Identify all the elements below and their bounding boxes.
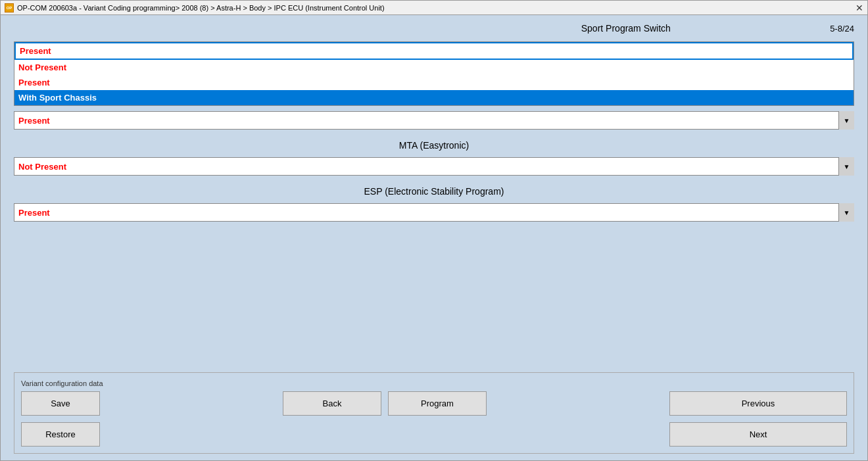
right-buttons: Previous Next bbox=[669, 391, 847, 447]
second-dropdown[interactable]: Present bbox=[14, 111, 854, 130]
second-dropdown-container: Present ▼ bbox=[14, 111, 854, 130]
program-button[interactable]: Program bbox=[388, 391, 487, 416]
sport-option-present-selected[interactable]: Present bbox=[14, 42, 854, 60]
back-button[interactable]: Back bbox=[283, 391, 381, 416]
esp-dropdown-container: Present ▼ bbox=[14, 203, 854, 222]
left-buttons: Save Restore bbox=[21, 391, 100, 447]
sport-option-with-sport-chassis[interactable]: With Sport Chassis bbox=[14, 90, 854, 105]
app-icon: OP bbox=[5, 3, 14, 12]
main-window: OP OP-COM 200603a - Variant Coding progr… bbox=[0, 0, 868, 461]
esp-dropdown[interactable]: Present bbox=[14, 203, 854, 222]
next-button[interactable]: Next bbox=[669, 422, 847, 447]
restore-button[interactable]: Restore bbox=[21, 422, 100, 447]
header-row: Sport Program Switch 5-8/24 bbox=[14, 23, 854, 34]
title-bar-text: OP-COM 200603a - Variant Coding programm… bbox=[17, 4, 385, 12]
esp-title: ESP (Electronic Stability Program) bbox=[14, 186, 854, 197]
title-bar-left: OP OP-COM 200603a - Variant Coding progr… bbox=[5, 3, 385, 12]
sport-option-present[interactable]: Present bbox=[14, 75, 854, 90]
mta-title: MTA (Easytronic) bbox=[14, 140, 854, 151]
variant-label: Variant configuration data bbox=[21, 379, 847, 387]
section-title: Sport Program Switch bbox=[422, 23, 831, 34]
previous-button[interactable]: Previous bbox=[669, 391, 847, 416]
mta-dropdown[interactable]: Not Present bbox=[14, 157, 854, 176]
center-buttons: Back Program bbox=[283, 391, 487, 417]
sport-option-not-present[interactable]: Not Present bbox=[14, 60, 854, 75]
title-bar: OP OP-COM 200603a - Variant Coding progr… bbox=[1, 1, 867, 15]
save-button[interactable]: Save bbox=[21, 391, 100, 416]
close-button[interactable]: ✕ bbox=[856, 3, 863, 12]
mta-dropdown-container: Not Present ▼ bbox=[14, 157, 854, 176]
sport-dropdown-list[interactable]: Present Not Present Present With Sport C… bbox=[14, 41, 854, 106]
main-content: Sport Program Switch 5-8/24 Present Not … bbox=[1, 15, 867, 460]
page-indicator: 5-8/24 bbox=[830, 24, 854, 34]
